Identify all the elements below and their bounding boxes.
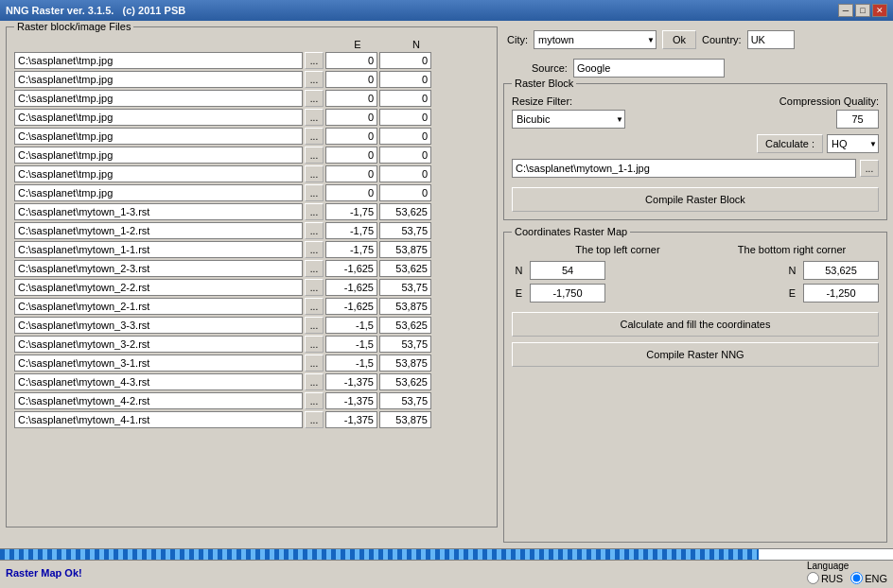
file-browse-button[interactable]: ...: [305, 147, 324, 164]
source-input[interactable]: [573, 59, 725, 78]
e-coord-input[interactable]: [325, 411, 377, 428]
top-left-n-input[interactable]: [530, 261, 605, 280]
ok-button[interactable]: Ok: [662, 30, 696, 49]
hq-combo-wrapper[interactable]: HQ LQ ▼: [827, 134, 879, 153]
file-browse-button[interactable]: ...: [305, 222, 324, 239]
file-path-input[interactable]: [14, 241, 303, 258]
n-coord-input[interactable]: [379, 317, 431, 334]
e-coord-input[interactable]: [325, 279, 377, 296]
file-browse-button[interactable]: ...: [305, 279, 324, 296]
file-browse-button[interactable]: ...: [305, 184, 324, 201]
e-coord-input[interactable]: [325, 222, 377, 239]
quality-input[interactable]: [836, 110, 879, 129]
e-coord-input[interactable]: [325, 298, 377, 315]
e-coord-input[interactable]: [325, 128, 377, 145]
compile-raster-block-button[interactable]: Compile Raster Block: [512, 187, 879, 212]
n-coord-input[interactable]: [379, 203, 431, 220]
file-path-input[interactable]: [14, 373, 303, 390]
file-browse-button[interactable]: ...: [305, 392, 324, 409]
file-browse-button[interactable]: ...: [305, 128, 324, 145]
n-coord-input[interactable]: [379, 373, 431, 390]
file-path-input[interactable]: [14, 222, 303, 239]
e-coord-input[interactable]: [325, 90, 377, 107]
e-coord-input[interactable]: [325, 184, 377, 201]
n-coord-input[interactable]: [379, 184, 431, 201]
country-input[interactable]: [747, 30, 795, 49]
bottom-right-n-input[interactable]: [803, 261, 879, 280]
resize-combo-wrapper[interactable]: Bicubic ▼: [512, 110, 625, 129]
output-browse-button[interactable]: ...: [860, 160, 879, 177]
e-coord-input[interactable]: [325, 147, 377, 164]
file-browse-button[interactable]: ...: [305, 355, 324, 372]
file-browse-button[interactable]: ...: [305, 241, 324, 258]
file-browse-button[interactable]: ...: [305, 260, 324, 277]
eng-radio[interactable]: [850, 572, 863, 584]
city-combo-wrapper[interactable]: mytown ▼: [534, 30, 657, 49]
file-path-input[interactable]: [14, 165, 303, 182]
e-coord-input[interactable]: [325, 355, 377, 372]
compile-raster-nng-button[interactable]: Compile Raster NNG: [512, 342, 879, 367]
file-path-input[interactable]: [14, 147, 303, 164]
file-path-input[interactable]: [14, 109, 303, 126]
rus-option[interactable]: RUS: [807, 572, 843, 584]
n-coord-input[interactable]: [379, 336, 431, 353]
n-coord-input[interactable]: [379, 392, 431, 409]
file-browse-button[interactable]: ...: [305, 71, 324, 88]
e-coord-input[interactable]: [325, 241, 377, 258]
n-coord-input[interactable]: [379, 90, 431, 107]
file-browse-button[interactable]: ...: [305, 336, 324, 353]
file-path-input[interactable]: [14, 411, 303, 428]
file-path-input[interactable]: [14, 52, 303, 69]
file-browse-button[interactable]: ...: [305, 203, 324, 220]
e-coord-input[interactable]: [325, 260, 377, 277]
calculate-button[interactable]: Calculate :: [757, 134, 823, 153]
n-coord-input[interactable]: [379, 260, 431, 277]
output-path-input[interactable]: [512, 159, 856, 178]
e-coord-input[interactable]: [325, 52, 377, 69]
file-browse-button[interactable]: ...: [305, 411, 324, 428]
file-browse-button[interactable]: ...: [305, 298, 324, 315]
calc-fill-button[interactable]: Calculate and fill the coordinates: [512, 312, 879, 337]
n-coord-input[interactable]: [379, 411, 431, 428]
rus-radio[interactable]: [807, 572, 819, 584]
e-coord-input[interactable]: [325, 317, 377, 334]
e-coord-input[interactable]: [325, 203, 377, 220]
n-coord-input[interactable]: [379, 128, 431, 145]
n-coord-input[interactable]: [379, 52, 431, 69]
file-browse-button[interactable]: ...: [305, 109, 324, 126]
n-coord-input[interactable]: [379, 222, 431, 239]
n-coord-input[interactable]: [379, 165, 431, 182]
file-path-input[interactable]: [14, 128, 303, 145]
n-coord-input[interactable]: [379, 71, 431, 88]
file-path-input[interactable]: [14, 184, 303, 201]
e-coord-input[interactable]: [325, 392, 377, 409]
file-path-input[interactable]: [14, 203, 303, 220]
resize-combo[interactable]: Bicubic: [512, 110, 625, 129]
n-coord-input[interactable]: [379, 109, 431, 126]
file-path-input[interactable]: [14, 355, 303, 372]
e-coord-input[interactable]: [325, 165, 377, 182]
file-path-input[interactable]: [14, 392, 303, 409]
eng-option[interactable]: ENG: [850, 572, 887, 584]
n-coord-input[interactable]: [379, 355, 431, 372]
n-coord-input[interactable]: [379, 241, 431, 258]
file-browse-button[interactable]: ...: [305, 373, 324, 390]
e-coord-input[interactable]: [325, 71, 377, 88]
e-coord-input[interactable]: [325, 109, 377, 126]
n-coord-input[interactable]: [379, 279, 431, 296]
maximize-button[interactable]: □: [855, 4, 870, 17]
minimize-button[interactable]: ─: [838, 4, 853, 17]
file-path-input[interactable]: [14, 90, 303, 107]
top-left-e-input[interactable]: [530, 284, 605, 303]
e-coord-input[interactable]: [325, 373, 377, 390]
file-browse-button[interactable]: ...: [305, 165, 324, 182]
file-path-input[interactable]: [14, 260, 303, 277]
file-browse-button[interactable]: ...: [305, 52, 324, 69]
city-combo[interactable]: mytown: [534, 30, 657, 49]
e-coord-input[interactable]: [325, 336, 377, 353]
file-path-input[interactable]: [14, 298, 303, 315]
file-path-input[interactable]: [14, 71, 303, 88]
file-path-input[interactable]: [14, 336, 303, 353]
hq-combo[interactable]: HQ LQ: [827, 134, 879, 153]
n-coord-input[interactable]: [379, 298, 431, 315]
